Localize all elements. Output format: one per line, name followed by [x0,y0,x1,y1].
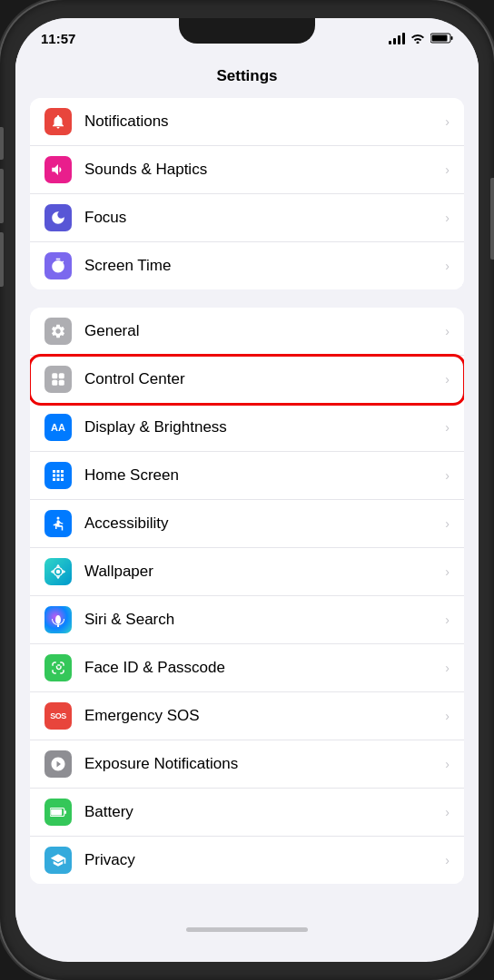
volume-down-button[interactable] [0,232,4,287]
battery-icon-row [44,799,72,826]
exposure-icon [44,750,72,778]
focus-icon [44,204,72,231]
exposure-row[interactable]: Exposure Notifications › [30,740,464,789]
volume-up-button[interactable] [0,169,4,223]
siri-icon [44,606,72,633]
controlcenter-chevron: › [445,372,450,387]
battery-chevron: › [445,805,450,819]
sos-row[interactable]: SOS Emergency SOS › [30,692,464,740]
screentime-icon [44,252,72,279]
privacy-icon [44,847,72,874]
home-bar[interactable] [186,927,308,932]
general-label: General [84,322,438,340]
status-icons [389,33,453,44]
phone-shell: 11:57 [0,0,494,980]
svg-rect-1 [451,36,453,40]
exposure-label: Exposure Notifications [84,755,438,773]
controlcenter-icon [44,366,72,393]
faceid-icon [44,654,72,681]
privacy-label: Privacy [84,851,438,869]
screentime-label: Screen Time [84,257,438,275]
sounds-label: Sounds & Haptics [84,161,438,179]
sos-label: Emergency SOS [84,707,438,725]
notch [179,18,315,44]
notifications-label: Notifications [84,113,438,131]
sounds-icon [44,156,72,183]
controlcenter-label: Control Center [84,370,438,388]
display-icon: AA [44,414,72,441]
siri-label: Siri & Search [84,611,438,629]
focus-row[interactable]: Focus › [30,194,464,242]
display-label: Display & Brightness [84,418,438,436]
wallpaper-label: Wallpaper [84,563,438,581]
svg-rect-6 [59,380,64,386]
svg-rect-13 [51,809,62,816]
sos-icon: SOS [44,702,72,730]
battery-label: Battery [84,803,438,821]
svg-rect-10 [57,625,59,627]
svg-rect-3 [52,373,57,378]
svg-point-8 [56,570,61,574]
homescreen-row[interactable]: Home Screen › [30,452,464,500]
wallpaper-chevron: › [445,564,450,579]
sounds-row[interactable]: Sounds & Haptics › [30,146,464,194]
svg-rect-12 [64,810,66,814]
exposure-chevron: › [445,757,450,771]
svg-rect-4 [59,373,64,378]
notifications-icon [44,108,72,135]
power-button[interactable] [490,178,494,260]
svg-point-9 [55,615,61,624]
accessibility-chevron: › [445,516,450,531]
page-title: Settings [15,58,479,98]
general-chevron: › [445,324,450,338]
homescreen-label: Home Screen [84,466,438,485]
svg-rect-2 [432,35,448,42]
status-time: 11:57 [41,31,75,46]
silent-switch[interactable] [0,127,4,160]
display-row[interactable]: AA Display & Brightness › [30,404,464,452]
wallpaper-icon [44,558,72,585]
svg-point-7 [57,517,60,520]
screentime-row[interactable]: Screen Time › [30,242,464,289]
faceid-row[interactable]: Face ID & Passcode › [30,644,464,692]
accessibility-row[interactable]: Accessibility › [30,500,464,548]
homescreen-chevron: › [445,468,450,483]
battery-row[interactable]: Battery › [30,789,464,837]
general-row[interactable]: General › [30,308,464,356]
notifications-row[interactable]: Notifications › [30,98,464,146]
screentime-chevron: › [445,259,450,273]
signal-icon [389,33,405,44]
focus-label: Focus [84,209,438,227]
accessibility-icon [44,510,72,537]
privacy-row[interactable]: Privacy › [30,837,464,884]
phone-screen: 11:57 [15,18,479,962]
sos-chevron: › [445,709,450,723]
general-icon [44,318,72,345]
homescreen-icon [44,462,72,489]
svg-rect-5 [52,380,57,386]
battery-icon [430,33,453,44]
notifications-chevron: › [445,114,450,129]
wifi-icon [410,33,425,44]
controlcenter-row[interactable]: Control Center › [30,356,464,404]
faceid-label: Face ID & Passcode [84,659,438,677]
focus-chevron: › [445,211,450,225]
display-chevron: › [445,420,450,435]
faceid-chevron: › [445,661,450,675]
accessibility-label: Accessibility [84,514,438,533]
privacy-chevron: › [445,853,450,867]
settings-group-1: Notifications › Sounds & Haptics › Focus… [30,98,464,289]
settings-group-2: General › Control Center › [30,308,464,884]
wallpaper-row[interactable]: Wallpaper › [30,548,464,596]
settings-page: Settings Notifications › Sounds & Haptic… [15,58,479,920]
siri-row[interactable]: Siri & Search › [30,596,464,644]
siri-chevron: › [445,612,450,627]
sounds-chevron: › [445,162,450,177]
